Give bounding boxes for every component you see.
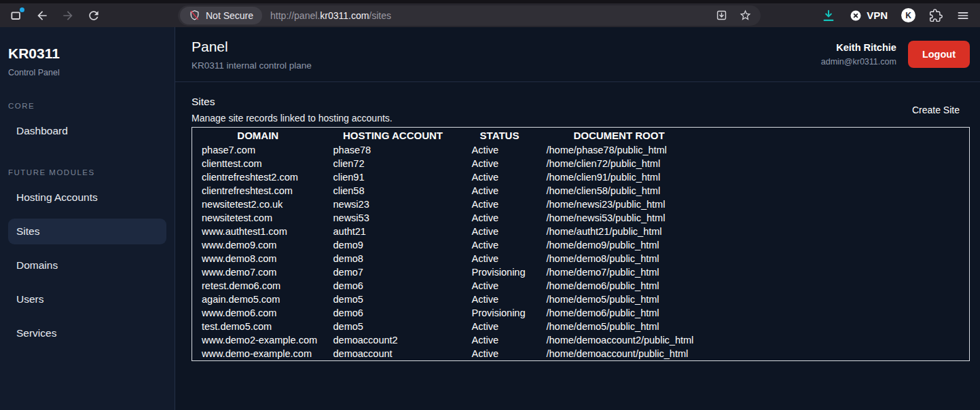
- sidebar-item-services[interactable]: Services: [8, 320, 166, 346]
- column-header-filler: [702, 128, 970, 144]
- cell-hosting-account: demo9: [324, 238, 462, 252]
- cell-status: Active: [462, 293, 537, 306]
- cell-domain: clientrefreshtest2.com: [192, 170, 324, 184]
- table-row: www.demo9.comdemo9Active/home/demo9/publ…: [192, 238, 970, 252]
- cell-status: Active: [462, 238, 537, 252]
- cell-status: Active: [462, 184, 537, 198]
- back-icon[interactable]: [35, 9, 49, 22]
- cell-filler: [702, 333, 970, 347]
- column-header-document-root: DOCUMENT ROOT: [537, 128, 702, 144]
- cell-document-root: /home/clien58/public_html: [537, 184, 702, 198]
- cell-document-root: /home/newsi53/public_html: [537, 211, 702, 225]
- user-block: Keith Ritchie admin@kr0311.com: [821, 42, 896, 67]
- browser-toolbar: Not Secure http://panel.kr0311.com/sites: [0, 3, 980, 27]
- refresh-icon[interactable]: [87, 9, 101, 22]
- table-row: clientrefreshtest2.comclien91Active/home…: [192, 170, 970, 184]
- cell-status: Active: [462, 225, 537, 238]
- bookmark-star-icon[interactable]: [739, 9, 752, 22]
- downloads-icon[interactable]: [821, 8, 836, 23]
- cell-domain: www.demo-example.com: [192, 347, 324, 361]
- url-domain: kr0311.com: [320, 10, 369, 21]
- logout-button[interactable]: Logout: [908, 41, 970, 68]
- sidebar-item-hosting-accounts[interactable]: Hosting Accounts: [8, 185, 166, 210]
- table-row: www.demo-example.comdemoaccountActive/ho…: [192, 347, 970, 361]
- app-root: KR0311 Control Panel COREDashboardFUTURE…: [0, 27, 980, 410]
- security-chip[interactable]: Not Secure: [180, 7, 262, 24]
- security-chip-label: Not Secure: [206, 10, 253, 21]
- table-row: www.demo2-example.comdemoaccount2Active/…: [192, 333, 970, 347]
- cell-filler: [702, 279, 970, 293]
- cell-domain: www.demo2-example.com: [192, 333, 324, 347]
- forward-icon[interactable]: [61, 9, 75, 22]
- cell-filler: [702, 238, 970, 252]
- cell-filler: [702, 306, 970, 320]
- cell-filler: [702, 170, 970, 184]
- cell-document-root: /home/autht21/public_html: [537, 225, 702, 238]
- sidebar-item-sites[interactable]: Sites: [8, 219, 166, 244]
- brand-title: KR0311: [8, 45, 166, 62]
- cell-hosting-account: demo7: [324, 265, 462, 279]
- user-name: Keith Ritchie: [821, 42, 896, 53]
- notification-dot: [20, 7, 24, 12]
- cell-filler: [702, 265, 970, 279]
- cell-hosting-account: phase78: [324, 143, 462, 157]
- menu-hamburger-icon[interactable]: [956, 9, 970, 22]
- create-site-button[interactable]: Create Site: [912, 105, 960, 115]
- browser-tab-icon[interactable]: [10, 9, 23, 22]
- table-row: clientrefreshtest.comclien58Active/home/…: [192, 184, 970, 198]
- not-secure-shield-icon: [189, 10, 200, 21]
- cell-domain: clienttest.com: [192, 157, 324, 170]
- vpn-badge[interactable]: VPN: [850, 10, 888, 22]
- table-row: retest.demo6.comdemo6Active/home/demo6/p…: [192, 279, 970, 293]
- browser-nav-group: [10, 9, 101, 22]
- address-bar[interactable]: Not Secure http://panel.kr0311.com/sites: [178, 5, 761, 26]
- table-row: www.demo6.comdemo6Provisioning/home/demo…: [192, 306, 970, 320]
- column-header-hosting-account: HOSTING ACCOUNT: [324, 128, 462, 144]
- cell-domain: test.demo5.com: [192, 320, 324, 333]
- cell-document-root: /home/demo6/public_html: [537, 306, 702, 320]
- cell-hosting-account: clien91: [324, 170, 462, 184]
- table-row: www.demo8.comdemo8Active/home/demo8/publ…: [192, 252, 970, 265]
- url-prefix: http://panel.: [270, 10, 320, 21]
- cell-hosting-account: demo6: [324, 279, 462, 293]
- cell-status: Active: [462, 198, 537, 211]
- toolbar-right-cluster: VPN K: [821, 8, 980, 23]
- cell-status: Provisioning: [462, 265, 537, 279]
- cell-hosting-account: newsi23: [324, 198, 462, 211]
- cell-hosting-account: demo8: [324, 252, 462, 265]
- table-row: newsitetest2.co.uknewsi23Active/home/new…: [192, 198, 970, 211]
- profile-avatar[interactable]: K: [901, 8, 915, 22]
- cell-filler: [702, 211, 970, 225]
- extensions-puzzle-icon[interactable]: [929, 9, 943, 22]
- cell-domain: www.authtest1.com: [192, 225, 324, 238]
- main-area: Panel KR0311 internal control plane Keit…: [175, 27, 980, 410]
- cell-document-root: /home/demo7/public_html: [537, 265, 702, 279]
- cell-domain: www.demo6.com: [192, 306, 324, 320]
- sidebar-item-domains[interactable]: Domains: [8, 253, 166, 278]
- cell-document-root: /home/demo6/public_html: [537, 279, 702, 293]
- cell-hosting-account: clien72: [324, 157, 462, 170]
- cell-filler: [702, 184, 970, 198]
- cell-status: Active: [462, 157, 537, 170]
- cell-document-root: /home/demo8/public_html: [537, 252, 702, 265]
- sidebar-item-dashboard[interactable]: Dashboard: [8, 118, 166, 144]
- save-page-icon[interactable]: [715, 9, 728, 22]
- sites-content: Sites Manage site records linked to host…: [175, 82, 980, 361]
- cell-domain: www.demo7.com: [192, 265, 324, 279]
- column-header-domain: DOMAIN: [192, 128, 324, 144]
- cell-domain: www.demo8.com: [192, 252, 324, 265]
- page-subtitle: KR0311 internal control plane: [192, 60, 312, 71]
- cell-domain: phase7.com: [192, 143, 324, 157]
- cell-domain: retest.demo6.com: [192, 279, 324, 293]
- sidebar-item-users[interactable]: Users: [8, 286, 166, 312]
- sites-table: DOMAINHOSTING ACCOUNTSTATUSDOCUMENT ROOT…: [192, 127, 970, 361]
- cell-filler: [702, 198, 970, 211]
- cell-hosting-account: autht21: [324, 225, 462, 238]
- cell-hosting-account: clien58: [324, 184, 462, 198]
- url-path: /sites: [369, 10, 391, 21]
- nav-section-label: FUTURE MODULES: [8, 168, 166, 176]
- cell-document-root: /home/demo9/public_html: [537, 238, 702, 252]
- cell-status: Active: [462, 211, 537, 225]
- cell-hosting-account: demo5: [324, 320, 462, 333]
- sites-section-head: Sites Manage site records linked to host…: [192, 96, 970, 124]
